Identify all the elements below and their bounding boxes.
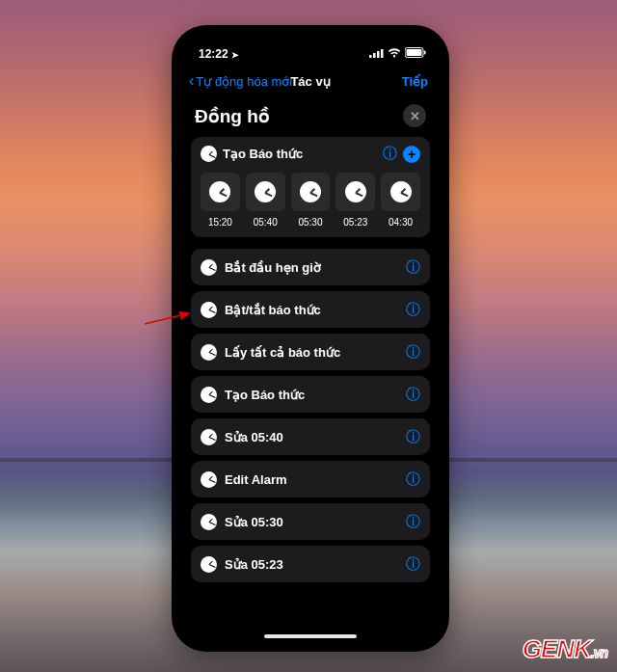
svg-rect-5	[407, 49, 422, 56]
svg-rect-2	[377, 51, 380, 58]
svg-rect-3	[381, 49, 384, 58]
clock-icon	[201, 556, 217, 573]
close-icon: ✕	[410, 109, 420, 123]
close-button[interactable]: ✕	[403, 104, 426, 127]
alarm-preset[interactable]: 05:30	[291, 173, 331, 228]
info-icon[interactable]: ⓘ	[406, 555, 420, 574]
wifi-icon	[388, 47, 401, 61]
clock-icon	[345, 181, 366, 202]
action-start-timer[interactable]: Bắt đầu hẹn giờ ⓘ	[191, 249, 430, 285]
action-edit-0540[interactable]: Sửa 05:40 ⓘ	[191, 418, 430, 455]
nav-title: Tác vụ	[290, 74, 330, 89]
add-button[interactable]: +	[403, 146, 420, 163]
action-toggle-alarm[interactable]: Bật/tắt báo thức ⓘ	[191, 291, 430, 328]
page-title: Đồng hồ	[195, 105, 270, 127]
action-create-alarm[interactable]: Tạo Báo thức ⓘ	[191, 376, 430, 413]
info-icon[interactable]: ⓘ	[406, 513, 420, 531]
clock-icon	[201, 302, 217, 318]
card-title: Tạo Báo thức	[223, 147, 377, 161]
alarm-preset[interactable]: 04:30	[381, 173, 420, 228]
action-edit-0523[interactable]: Sửa 05:23 ⓘ	[191, 546, 430, 582]
clock-icon	[201, 387, 217, 403]
phone-screen: 12:22 ➤ ‹ Tự động hóa mới Tác vụ	[181, 35, 440, 642]
alarm-thumbnails: 15:20 05:40 05:30 05:23	[201, 173, 420, 228]
back-button[interactable]: ‹ Tự động hóa mới	[189, 73, 292, 89]
clock-icon	[209, 181, 230, 202]
clock-icon	[255, 181, 276, 202]
status-time: 12:22 ➤	[199, 47, 239, 61]
action-get-all-alarms[interactable]: Lấy tất cả báo thức ⓘ	[191, 334, 430, 370]
alarm-preset[interactable]: 15:20	[201, 173, 240, 228]
clock-icon	[201, 344, 217, 361]
signal-icon	[369, 47, 384, 61]
clock-icon	[201, 259, 217, 276]
info-icon[interactable]: ⓘ	[406, 343, 420, 362]
alarm-preset[interactable]: 05:40	[246, 173, 285, 228]
clock-icon	[201, 514, 217, 530]
clock-icon	[201, 429, 217, 445]
battery-icon	[405, 47, 426, 61]
svg-rect-0	[369, 55, 372, 58]
action-edit-alarm[interactable]: Edit Alarm ⓘ	[191, 461, 430, 497]
clock-icon	[201, 146, 217, 162]
notch	[253, 35, 368, 54]
svg-rect-1	[373, 53, 376, 58]
info-icon[interactable]: ⓘ	[406, 258, 420, 277]
location-icon: ➤	[231, 50, 239, 60]
clock-icon	[390, 181, 412, 202]
phone-frame: 12:22 ➤ ‹ Tự động hóa mới Tác vụ	[172, 25, 449, 652]
clock-icon	[300, 181, 321, 202]
info-icon[interactable]: ⓘ	[406, 301, 420, 319]
info-icon[interactable]: ⓘ	[406, 470, 420, 489]
chevron-left-icon: ‹	[189, 73, 194, 89]
home-indicator[interactable]	[264, 634, 357, 638]
next-button[interactable]: Tiếp	[402, 74, 428, 89]
info-icon[interactable]: ⓘ	[406, 428, 420, 446]
create-alarm-card: Tạo Báo thức ⓘ + 15:20 05:40 05:	[191, 137, 430, 237]
watermark: GENK.vn	[523, 634, 607, 664]
clock-icon	[201, 471, 217, 488]
info-icon[interactable]: ⓘ	[383, 145, 397, 163]
info-icon[interactable]: ⓘ	[406, 386, 420, 404]
svg-rect-6	[424, 51, 426, 55]
nav-bar: ‹ Tự động hóa mới Tác vụ Tiếp	[181, 67, 440, 98]
alarm-preset[interactable]: 05:23	[335, 173, 375, 228]
action-edit-0530[interactable]: Sửa 05:30 ⓘ	[191, 503, 430, 540]
